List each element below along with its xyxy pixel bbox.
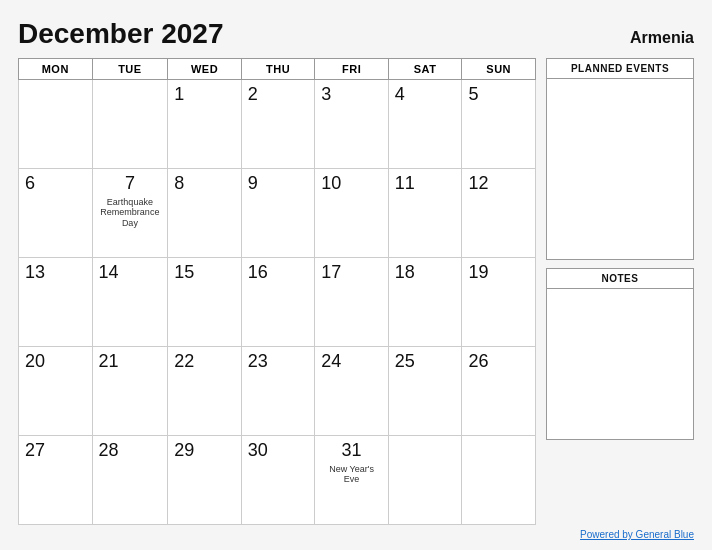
day-number: 8	[174, 173, 184, 195]
day-cell-inner: 12	[468, 173, 529, 253]
calendar-cell: 12	[462, 169, 536, 258]
calendar-cell	[19, 80, 93, 169]
day-number: 2	[248, 84, 258, 106]
calendar-cell: 29	[168, 436, 242, 525]
day-cell-inner: 15	[174, 262, 235, 342]
planned-events-box: PLANNED EVENTS	[546, 58, 694, 260]
day-cell-inner: 21	[99, 351, 162, 431]
day-number: 31	[342, 440, 362, 462]
day-cell-inner: 22	[174, 351, 235, 431]
day-number: 21	[99, 351, 119, 373]
day-cell-inner: 14	[99, 262, 162, 342]
day-cell-inner: 1	[174, 84, 235, 164]
day-number: 29	[174, 440, 194, 462]
day-number: 11	[395, 173, 415, 195]
day-number: 3	[321, 84, 331, 106]
event-label: Earthquake Remembrance Day	[99, 197, 162, 229]
calendar-cell: 28	[92, 436, 168, 525]
weekday-header-cell: SAT	[388, 59, 462, 80]
day-number: 17	[321, 262, 341, 284]
calendar-row: 2728293031New Year's Eve	[19, 436, 536, 525]
calendar-cell	[462, 436, 536, 525]
footer: Powered by General Blue	[18, 529, 694, 540]
calendar-cell: 30	[241, 436, 315, 525]
day-cell-inner: 11	[395, 173, 456, 253]
notes-body	[547, 289, 693, 439]
weekday-header-cell: THU	[241, 59, 315, 80]
powered-by-link[interactable]: Powered by General Blue	[580, 529, 694, 540]
day-number: 19	[468, 262, 488, 284]
calendar-row: 20212223242526	[19, 347, 536, 436]
notes-box: NOTES	[546, 268, 694, 440]
day-cell-inner: 31New Year's Eve	[321, 440, 382, 520]
day-cell-inner: 20	[25, 351, 86, 431]
day-number: 10	[321, 173, 341, 195]
calendar-section: MONTUEWEDTHUFRISATSUN 1234567Earthquake …	[18, 58, 536, 525]
day-cell-inner: 10	[321, 173, 382, 253]
day-number: 20	[25, 351, 45, 373]
day-cell-inner: 25	[395, 351, 456, 431]
day-cell-inner: 19	[468, 262, 529, 342]
sidebar: PLANNED EVENTS NOTES	[546, 58, 694, 525]
calendar-cell: 4	[388, 80, 462, 169]
calendar-cell: 24	[315, 347, 389, 436]
calendar-cell: 31New Year's Eve	[315, 436, 389, 525]
month-title: December 2027	[18, 18, 223, 50]
calendar-cell: 20	[19, 347, 93, 436]
day-cell-inner: 8	[174, 173, 235, 253]
calendar-cell: 19	[462, 258, 536, 347]
day-number: 5	[468, 84, 478, 106]
day-number: 27	[25, 440, 45, 462]
planned-events-body	[547, 79, 693, 259]
calendar-row: 67Earthquake Remembrance Day89101112	[19, 169, 536, 258]
day-cell-inner: 27	[25, 440, 86, 520]
calendar-cell: 22	[168, 347, 242, 436]
day-cell-inner: 4	[395, 84, 456, 164]
calendar-cell: 13	[19, 258, 93, 347]
day-number: 12	[468, 173, 488, 195]
calendar-cell: 10	[315, 169, 389, 258]
day-number: 16	[248, 262, 268, 284]
header: December 2027 Armenia	[18, 18, 694, 50]
day-cell-inner: 23	[248, 351, 309, 431]
calendar-cell: 6	[19, 169, 93, 258]
calendar-cell: 15	[168, 258, 242, 347]
day-number: 14	[99, 262, 119, 284]
weekday-header-cell: FRI	[315, 59, 389, 80]
day-cell-inner: 13	[25, 262, 86, 342]
calendar-cell: 5	[462, 80, 536, 169]
day-number: 24	[321, 351, 341, 373]
day-number: 26	[468, 351, 488, 373]
calendar-cell: 26	[462, 347, 536, 436]
weekday-header-cell: WED	[168, 59, 242, 80]
calendar-cell: 18	[388, 258, 462, 347]
day-cell-inner: 5	[468, 84, 529, 164]
day-cell-inner: 24	[321, 351, 382, 431]
weekday-header-cell: SUN	[462, 59, 536, 80]
day-number: 23	[248, 351, 268, 373]
calendar-cell: 14	[92, 258, 168, 347]
calendar-cell: 3	[315, 80, 389, 169]
day-cell-inner: 28	[99, 440, 162, 520]
day-cell-inner: 16	[248, 262, 309, 342]
day-cell-inner: 9	[248, 173, 309, 253]
day-cell-inner: 2	[248, 84, 309, 164]
weekday-header-cell: TUE	[92, 59, 168, 80]
calendar-cell	[92, 80, 168, 169]
calendar-cell: 21	[92, 347, 168, 436]
event-label: New Year's Eve	[321, 464, 382, 486]
calendar-cell: 17	[315, 258, 389, 347]
calendar-cell: 23	[241, 347, 315, 436]
day-number: 15	[174, 262, 194, 284]
calendar-cell: 7Earthquake Remembrance Day	[92, 169, 168, 258]
calendar-cell: 8	[168, 169, 242, 258]
day-number: 25	[395, 351, 415, 373]
calendar-cell: 2	[241, 80, 315, 169]
weekday-header-cell: MON	[19, 59, 93, 80]
day-number: 22	[174, 351, 194, 373]
calendar-cell	[388, 436, 462, 525]
calendar-cell: 1	[168, 80, 242, 169]
day-number: 28	[99, 440, 119, 462]
day-number: 13	[25, 262, 45, 284]
day-cell-inner: 3	[321, 84, 382, 164]
